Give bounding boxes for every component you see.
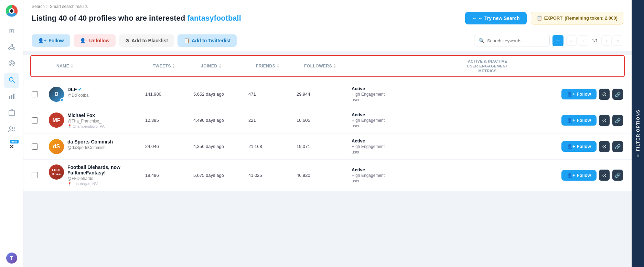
engagement-label-2: High Engagement [352,118,561,123]
friends-3: 21,168 [248,144,297,149]
tweets-4: 18,496 [145,173,193,178]
svg-text:MF: MF [52,117,60,123]
sidebar-item-twitter-x[interactable]: ✕ NEW [4,139,19,154]
joined-3: 4,356 days ago [193,144,248,149]
export-button[interactable]: 📋 EXPORT (Remaining token: 2,000) [531,12,623,24]
block-button-1[interactable]: ⊘ [599,88,610,100]
row-checkbox-2[interactable] [32,117,38,124]
try-new-search-button[interactable]: ← ← Try new Search [465,12,527,24]
add-to-twitterlist-button[interactable]: 📋 Add to Twitterlist [178,34,237,47]
row-checkbox-4[interactable] [32,172,38,178]
user-name-1: DLF ✔ [67,87,90,92]
dashboard-icon: ⊞ [9,27,14,35]
header-friends: FRIENDS ▲▼ [256,63,304,69]
block-icon-2: ⊘ [602,117,607,124]
user-handle-3[interactable]: @daSportsCommish [67,145,113,150]
user-handle-4[interactable]: @FFDiehards [67,176,145,181]
search-icon [8,76,15,85]
block-button-2[interactable]: ⊘ [599,115,610,126]
breadcrumb-current: Smart search results [50,4,88,9]
pagination-prev-button[interactable]: ‹ [578,35,588,46]
svg-point-24 [12,127,14,129]
header-engagement-sub1: User Engagement [467,64,508,68]
arrow-right-icon: → [555,38,561,44]
header-engagement: ACTIVE & INACTIVE User Engagement Metric… [359,59,616,73]
header-tweets-label: TWEETS [153,64,171,68]
location-pin-2: 📍 [67,124,72,128]
filter-options-sidebar[interactable]: ≡ FILTER OPTIONS [632,0,644,267]
search-go-button[interactable]: → [552,35,564,46]
follow-button-3[interactable]: 👤+ Follow [561,141,597,152]
user-avatar-3: dS [49,139,64,154]
svg-point-6 [13,47,15,49]
arrow-left-icon: ← [472,15,477,21]
link-button-2[interactable]: 🔗 [612,115,623,126]
export-label: EXPORT [544,15,562,21]
link-button-4[interactable]: 🔗 [612,169,623,181]
followers-sort[interactable]: ▲▼ [333,63,336,69]
tweets-3: 24,046 [145,144,193,149]
follow-label-4: Follow [577,173,591,178]
sidebar-item-delete[interactable] [4,106,19,121]
tweets-sort[interactable]: ▲▼ [172,63,175,69]
engagement-status-3: Active [352,138,561,143]
pagination-last-button[interactable]: » [613,35,623,46]
row-checkbox-1[interactable] [32,91,38,97]
location-pin-4: 📍 [67,182,72,186]
user-info-3: dS da Sports Commish @daSportsCommish [49,139,145,154]
bulk-follow-label: Follow [49,38,64,43]
user-handle-1[interactable]: @DtFootball [67,93,90,98]
svg-line-7 [9,46,12,47]
link-button-3[interactable]: 🔗 [612,141,623,152]
user-handle-2[interactable]: @Tha_Franchise_ [67,119,105,124]
friends-1: 471 [248,92,297,97]
blacklist-icon: ⊘ [125,38,129,43]
block-icon-3: ⊘ [602,143,607,150]
row-actions-1: 👤+ Follow ⊘ 🔗 [561,88,623,100]
svg-line-8 [12,46,14,47]
sidebar-item-users[interactable] [4,122,19,138]
name-sort[interactable]: ▲▼ [71,63,73,69]
add-to-blacklist-button[interactable]: ⊘ Add to Blacklist [119,34,174,47]
header-followers-label: FOLLOWERS [304,64,332,68]
svg-point-12 [11,63,12,64]
user-name-2: Michael Fox [67,113,105,118]
user-avatar-2: MF [49,113,64,128]
sidebar-item-analytics[interactable] [4,89,19,105]
keyword-search-input[interactable] [487,38,542,43]
svg-rect-17 [13,94,14,99]
avatar-wrap-4: FOOTBALL [49,164,64,180]
friends-sort[interactable]: ▲▼ [277,63,279,69]
sidebar-item-dashboard[interactable]: ⊞ [4,23,19,39]
follow-icon-3: 👤+ [567,144,575,149]
app-logo[interactable] [4,3,19,19]
joined-sort[interactable]: ▲▼ [219,63,222,69]
breadcrumb-root[interactable]: Search [32,4,45,9]
follow-button-4[interactable]: 👤+ Follow [561,170,597,181]
sidebar-item-search[interactable] [4,73,19,88]
friends-2: 221 [248,118,297,123]
follow-icon: 👤+ [38,38,46,43]
tweets-2: 12,395 [145,118,193,123]
engagement-label-2b: user [352,124,561,128]
bulk-follow-button[interactable]: 👤+ Follow [32,34,70,47]
user-avatar-container[interactable]: T [6,253,17,264]
table-row: D DLF ✔ @DtFootball 141,980 5,652 days a… [23,81,632,107]
sidebar-item-network[interactable] [4,40,19,55]
pagination-next-button[interactable]: › [601,35,612,46]
header-joined-label: JOINED [201,64,217,68]
sidebar-item-target[interactable] [4,56,19,72]
new-badge: NEW [10,140,19,143]
header-tweets: TWEETS ▲▼ [153,63,201,69]
follow-button-2[interactable]: 👤+ Follow [561,115,597,126]
row-checkbox-3[interactable] [32,143,38,150]
joined-2: 4,490 days ago [193,118,248,123]
try-search-label: ← Try new Search [478,15,520,21]
bulk-unfollow-button[interactable]: 👤- Unfollow [74,34,116,47]
block-button-3[interactable]: ⊘ [599,141,610,152]
toolbar-right: 🔍 → « ‹ 1/1 › » [474,35,623,46]
follow-button-1[interactable]: 👤+ Follow [561,89,597,99]
block-button-4[interactable]: ⊘ [599,169,610,181]
link-button-1[interactable]: 🔗 [612,88,623,100]
pagination-first-button[interactable]: « [566,35,577,46]
